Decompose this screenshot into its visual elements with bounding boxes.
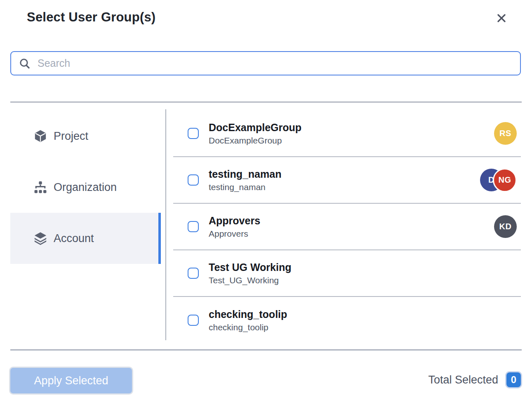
group-subtitle: testing_naman — [209, 182, 281, 192]
sidebar-item-label: Organization — [54, 181, 117, 194]
dialog-title: Select User Group(s) — [27, 10, 155, 25]
group-title: testing_naman — [209, 168, 281, 181]
group-title: Approvers — [209, 214, 260, 227]
group-row-checking-toolip: checking_toolip checking_toolip — [173, 297, 521, 344]
total-selected: Total Selected 0 — [428, 372, 521, 387]
select-user-groups-dialog: Select User Group(s) — [0, 0, 532, 400]
group-row-approvers: Approvers Approvers KD — [173, 204, 521, 250]
sidebar-item-project[interactable]: Project — [10, 111, 161, 162]
group-checkbox[interactable] — [188, 174, 199, 186]
total-selected-count-badge: 0 — [506, 372, 521, 387]
group-text: testing_naman testing_naman — [209, 168, 281, 192]
group-checkbox[interactable] — [188, 315, 199, 326]
group-text: DocExampleGroup DocExampleGroup — [209, 121, 301, 145]
group-text: checking_toolip checking_toolip — [209, 308, 287, 332]
sidebar-item-label: Account — [54, 232, 94, 245]
group-avatars: D NG — [480, 168, 517, 192]
group-title: DocExampleGroup — [209, 121, 301, 134]
group-text: Test UG Working Test_UG_Working — [209, 261, 291, 285]
total-selected-label: Total Selected — [428, 374, 498, 386]
group-row-docexamplegroup: DocExampleGroup DocExampleGroup RS — [173, 111, 521, 157]
search-box — [10, 51, 521, 75]
group-subtitle: DocExampleGroup — [209, 136, 301, 146]
org-chart-icon — [33, 180, 48, 195]
group-checkbox[interactable] — [188, 221, 199, 232]
search-input[interactable] — [38, 57, 513, 69]
layers-icon — [33, 231, 48, 246]
apply-selected-button[interactable]: Apply Selected — [10, 368, 132, 393]
group-subtitle: checking_toolip — [209, 322, 287, 332]
sidebar-item-label: Project — [54, 130, 88, 143]
group-row-test-ug-working: Test UG Working Test_UG_Working — [173, 250, 521, 297]
header-divider — [10, 101, 522, 103]
group-subtitle: Approvers — [209, 229, 260, 239]
close-button[interactable] — [495, 12, 508, 25]
scope-sidebar: Project Organization — [10, 111, 161, 264]
dialog-header: Select User Group(s) — [0, 0, 532, 37]
group-row-testing-naman: testing_naman testing_naman D NG — [173, 157, 521, 204]
group-text: Approvers Approvers — [209, 214, 260, 238]
sidebar-list-divider — [165, 109, 166, 340]
group-checkbox[interactable] — [188, 268, 199, 279]
avatar: KD — [494, 215, 517, 238]
user-group-list: DocExampleGroup DocExampleGroup RS testi… — [173, 111, 521, 344]
cube-icon — [33, 129, 48, 144]
group-subtitle: Test_UG_Working — [209, 275, 291, 285]
avatar: RS — [494, 122, 517, 145]
group-avatars: RS — [494, 122, 517, 145]
close-icon — [496, 12, 507, 24]
search-icon — [19, 57, 31, 70]
group-checkbox[interactable] — [188, 128, 199, 139]
sidebar-item-account[interactable]: Account — [10, 213, 161, 264]
group-avatars: KD — [494, 215, 517, 238]
group-title: checking_toolip — [209, 308, 287, 321]
avatar: NG — [493, 168, 517, 192]
group-title: Test UG Working — [209, 261, 291, 274]
footer-divider — [10, 349, 522, 351]
sidebar-item-organization[interactable]: Organization — [10, 162, 161, 213]
